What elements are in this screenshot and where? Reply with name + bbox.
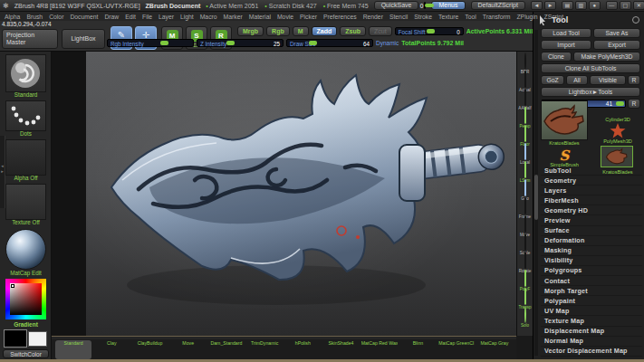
menu-item[interactable]: Texture — [438, 14, 458, 20]
blade-of-chaos-model[interactable] — [86, 52, 516, 336]
save-as-button[interactable]: Save As — [593, 28, 640, 38]
tool-subpalette-header[interactable]: SubTool — [541, 166, 642, 176]
tool-subpalette-header[interactable]: Displacement Map — [541, 327, 642, 337]
minimize-button[interactable]: — — [606, 1, 618, 10]
right-shelf-button[interactable]: Rotate — [517, 252, 533, 271]
tool-item-recent-blade[interactable] — [601, 146, 633, 167]
m-toggle[interactable]: M — [293, 26, 309, 36]
default-zscript-button[interactable]: DefaultZScript — [471, 1, 525, 10]
menu-item[interactable]: Transform — [483, 14, 511, 20]
menu-item[interactable]: Render — [363, 14, 383, 20]
tray-item[interactable]: Blinn — [399, 340, 436, 359]
secondary-color-swatch[interactable] — [28, 331, 47, 347]
tray-item[interactable]: SkinShade4 — [322, 340, 359, 359]
current-material-thumb[interactable] — [5, 229, 46, 270]
menu-item[interactable]: Marker — [224, 14, 243, 20]
restore-button[interactable]: ▢ — [620, 1, 631, 10]
rgb-intensity-knob[interactable] — [160, 41, 168, 45]
menu-item[interactable]: ZScript — [544, 14, 564, 20]
tool-subpalette-header[interactable]: Normal Map — [541, 337, 642, 347]
goz-button[interactable]: GoZ — [541, 75, 564, 85]
tool-subpalette-header[interactable]: Layers — [541, 186, 642, 195]
right-shelf-button[interactable]: PolyF — [517, 271, 533, 289]
quicksave-slider[interactable]: 0 — [424, 2, 426, 9]
quicksave-slider-knob[interactable] — [425, 4, 434, 7]
menu-item[interactable]: Document — [70, 14, 98, 20]
tool-panel-scrollbar[interactable] — [534, 30, 538, 356]
active-tool-thumb[interactable] — [541, 100, 588, 140]
menu-item[interactable]: Edit — [125, 14, 136, 20]
mrgb-toggle[interactable]: Mrgb — [237, 26, 264, 36]
main-color-swatch[interactable] — [4, 329, 27, 348]
current-alpha-thumb[interactable] — [5, 139, 46, 176]
z-intensity-slider[interactable]: Z Intensity 25 — [197, 39, 284, 47]
right-shelf-button[interactable]: Persp — [517, 108, 533, 126]
left-tray-toggle[interactable]: ◂▸ — [0, 136, 5, 208]
tool-subpalette-header[interactable]: Contact — [541, 276, 642, 286]
tray-item[interactable]: hPolish — [284, 340, 321, 359]
right-shelf-button[interactable]: Scale — [517, 234, 533, 252]
right-shelf-button[interactable]: LSym — [517, 162, 533, 180]
switch-color-button[interactable]: SwitchColor — [3, 349, 49, 358]
tool-subpalette-header[interactable]: Texture Map — [541, 316, 642, 326]
export-button[interactable]: Export — [593, 40, 640, 50]
right-shelf-button[interactable]: Solo — [517, 307, 533, 325]
menu-item[interactable]: Alpha — [5, 14, 20, 20]
palette-menu-icon[interactable] — [632, 16, 639, 24]
rgb-toggle[interactable]: Rgb — [266, 26, 290, 36]
tool-subpalette-header[interactable]: Polypaint — [541, 296, 642, 306]
tool-subpalette-header[interactable]: Geometry — [541, 176, 642, 186]
next-document-icon[interactable]: ► — [544, 1, 556, 10]
tray-item[interactable]: Dam_Standard — [208, 340, 245, 359]
tool-panel-scroll-thumb[interactable] — [534, 175, 538, 220]
current-texture-thumb[interactable] — [5, 184, 46, 220]
menu-item[interactable]: File — [142, 14, 152, 20]
menu-item[interactable]: Material — [249, 14, 271, 20]
menu-item[interactable]: Picker — [300, 14, 317, 20]
zcut-toggle[interactable]: Zcut — [369, 26, 392, 36]
lightbox-button[interactable]: LightBox — [62, 29, 105, 49]
close-button[interactable]: ✕ — [633, 1, 644, 10]
tray-item[interactable]: Move — [170, 340, 207, 359]
prev-document-icon[interactable]: ◄ — [531, 1, 543, 10]
goz-all-button[interactable]: All — [566, 75, 588, 85]
focal-shift-knob[interactable] — [427, 29, 435, 33]
current-brush-thumb[interactable] — [5, 54, 46, 92]
color-picker[interactable] — [5, 279, 46, 319]
menus-button[interactable]: Menus — [431, 1, 465, 10]
focal-shift-slider[interactable]: Focal Shift 0 — [395, 27, 464, 35]
current-stroke-thumb[interactable] — [5, 100, 46, 131]
menu-item[interactable]: Stroke — [414, 14, 432, 20]
tool-subpalette-header[interactable]: FiberMesh — [541, 195, 642, 205]
gradient-label[interactable]: Gradient — [0, 321, 52, 328]
menu-item[interactable]: Preferences — [323, 14, 357, 20]
menu-item[interactable]: Movie — [277, 14, 293, 20]
quicksave-button[interactable]: QuickSave — [374, 1, 419, 10]
right-shelf-button[interactable]: Geo — [517, 180, 533, 198]
canvas-area[interactable] — [52, 52, 516, 336]
z-intensity-knob[interactable] — [226, 41, 235, 45]
tool-subpalette-header[interactable]: Preview — [541, 215, 642, 225]
menu-item[interactable]: Draw — [104, 14, 119, 20]
rgb-intensity-slider[interactable]: Rgb Intensity — [107, 39, 194, 47]
tray-item[interactable]: ClayBuildup — [131, 340, 168, 359]
dynamic-label[interactable]: Dynamic — [376, 40, 399, 46]
right-shelf-button[interactable]: Actual — [517, 71, 533, 90]
tool-subpalette-header[interactable]: Vector Displacement Map — [541, 347, 642, 357]
menu-item[interactable]: Color — [49, 14, 63, 20]
menu-item[interactable]: Tool — [465, 14, 476, 20]
right-shelf-button[interactable]: AAHalf — [517, 90, 533, 108]
tool-subpalette-header[interactable]: Masking — [541, 246, 642, 256]
tray-item[interactable]: TrimDynamic — [246, 340, 283, 359]
draw-size-slider[interactable]: Draw Size 64 — [286, 39, 373, 47]
right-shelf-button[interactable]: Floor — [517, 126, 533, 144]
load-tool-button[interactable]: Load Tool — [541, 28, 591, 38]
goz-visible-button[interactable]: Visible — [590, 75, 626, 85]
color-saturation-square[interactable] — [10, 283, 42, 315]
right-shelf-button[interactable]: Move — [517, 216, 533, 234]
zadd-toggle[interactable]: Zadd — [312, 26, 338, 36]
tool-subpalette-header[interactable]: UV Map — [541, 306, 642, 316]
clone-all-subtools-button[interactable]: Clone All SubTools — [541, 63, 640, 73]
tool-subpalette-header[interactable]: Deformation — [541, 236, 642, 246]
make-polymesh3d-button[interactable]: Make PolyMesh3D — [573, 52, 640, 62]
